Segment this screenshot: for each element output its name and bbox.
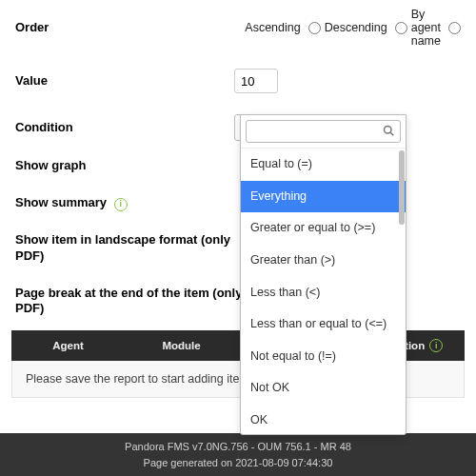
search-icon — [383, 125, 394, 139]
dropdown-search-input[interactable] — [252, 125, 383, 138]
order-byagent-radio[interactable] — [448, 22, 461, 34]
footer-version: Pandora FMS v7.0NG.756 - OUM 756.1 - MR … — [0, 439, 476, 455]
dropdown-item[interactable]: Equal to (=) — [241, 149, 406, 181]
value-input[interactable] — [234, 69, 278, 93]
show-graph-label: Show graph — [15, 158, 234, 174]
dropdown-item[interactable]: Everything — [241, 181, 406, 213]
order-label: Order — [15, 20, 231, 36]
page-footer: Pandora FMS v7.0NG.756 - OUM 756.1 - MR … — [0, 433, 476, 476]
dropdown-item[interactable]: Less than or equal to (<=) — [241, 308, 406, 341]
col-module: Module — [125, 340, 238, 351]
condition-label: Condition — [15, 120, 234, 136]
order-descending-label: Descending — [325, 21, 387, 34]
dropdown-item[interactable]: OK — [241, 405, 406, 434]
order-descending-radio[interactable] — [395, 22, 407, 34]
page-break-label: Page break at the end of the item (only … — [15, 286, 263, 318]
order-radios: Ascending Descending By agent name — [245, 8, 461, 48]
footer-timestamp: Page generated on 2021-08-09 07:44:30 — [0, 455, 476, 471]
info-icon — [429, 339, 443, 352]
order-ascending-radio[interactable] — [308, 22, 321, 34]
info-icon — [114, 198, 128, 211]
dropdown-item[interactable]: Less than (<) — [241, 277, 406, 309]
dropdown-item[interactable]: Greater or equal to (>=) — [241, 212, 406, 245]
landscape-label: Show item in landscape format (only PDF) — [15, 232, 263, 265]
show-summary-label: Show summary — [15, 195, 234, 211]
col-agent: Agent — [11, 340, 125, 351]
condition-dropdown: Equal to (=) Everything Greater or equal… — [240, 114, 407, 435]
dropdown-item[interactable]: Greater than (>) — [241, 245, 406, 277]
value-label: Value — [15, 73, 234, 89]
order-byagent-label: By agent name — [411, 8, 441, 48]
dropdown-item[interactable]: Not equal to (!=) — [241, 341, 406, 373]
dropdown-item[interactable]: Not OK — [241, 372, 406, 405]
order-ascending-label: Ascending — [245, 21, 300, 34]
svg-line-1 — [390, 132, 393, 135]
dropdown-search[interactable] — [246, 120, 401, 143]
dropdown-scrollbar[interactable] — [399, 150, 405, 225]
svg-point-0 — [385, 126, 392, 133]
dropdown-list: Equal to (=) Everything Greater or equal… — [241, 149, 406, 434]
